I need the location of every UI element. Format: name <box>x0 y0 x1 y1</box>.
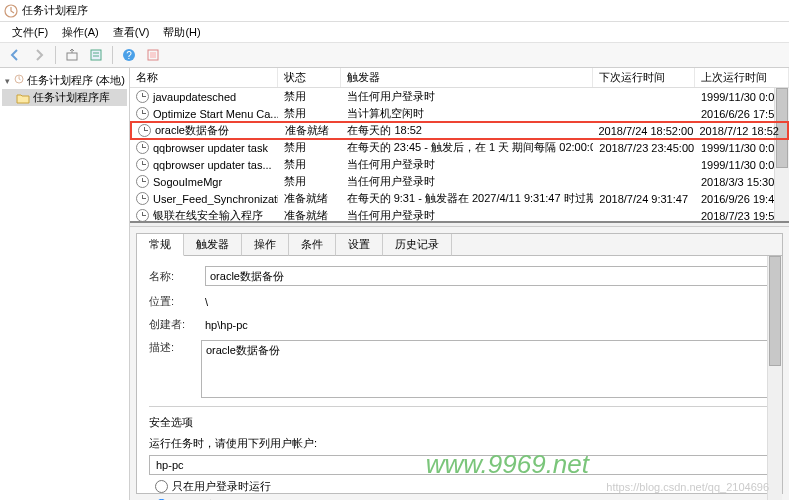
toolbar: ? <box>0 42 789 68</box>
list-header: 名称 状态 触发器 下次运行时间 上次运行时间 <box>130 68 789 88</box>
table-row[interactable]: Optimize Start Menu Ca...禁用当计算机空闲时2016/6… <box>130 105 789 122</box>
tree-library-label: 任务计划程序库 <box>33 90 110 105</box>
tab-triggers[interactable]: 触发器 <box>184 234 242 256</box>
label-desc: 描述: <box>149 340 193 355</box>
svg-rect-1 <box>67 53 77 60</box>
tab-conditions[interactable]: 条件 <box>289 234 336 256</box>
tree-root-label: 任务计划程序 (本地) <box>27 73 125 88</box>
svg-rect-8 <box>150 52 156 58</box>
table-row[interactable]: qqbrowser updater task禁用在每天的 23:45 - 触发后… <box>130 139 789 156</box>
security-run-as-label: 运行任务时，请使用下列用户帐户: <box>149 436 770 451</box>
forward-button[interactable] <box>28 44 50 66</box>
col-last[interactable]: 上次运行时间 <box>695 68 789 87</box>
table-row[interactable]: 银联在线安全输入程序准备就绪当任何用户登录时2018/7/23 19:54 <box>130 207 789 221</box>
col-status[interactable]: 状态 <box>278 68 340 87</box>
title-bar: 任务计划程序 <box>0 0 789 22</box>
refresh-button[interactable] <box>142 44 164 66</box>
label-author: 创建者: <box>149 317 197 332</box>
list-body: javaupdatesched禁用当任何用户登录时1999/11/30 0:00… <box>130 88 789 221</box>
tab-history[interactable]: 历史记录 <box>383 234 452 256</box>
menu-help[interactable]: 帮助(H) <box>157 23 206 42</box>
author-value: hp\hp-pc <box>205 319 248 331</box>
name-field[interactable] <box>205 266 770 286</box>
table-row[interactable]: oracle数据备份准备就绪在每天的 18:522018/7/24 18:52:… <box>130 121 789 140</box>
app-icon <box>4 4 18 18</box>
task-icon <box>136 107 149 120</box>
col-name[interactable]: 名称 <box>130 68 278 87</box>
task-icon <box>138 124 151 137</box>
label-location: 位置: <box>149 294 197 309</box>
help-button[interactable]: ? <box>118 44 140 66</box>
properties-button[interactable] <box>85 44 107 66</box>
back-button[interactable] <box>4 44 26 66</box>
task-icon <box>136 90 149 103</box>
tree-sidebar: ▾ 任务计划程序 (本地) 任务计划程序库 <box>0 68 130 500</box>
tab-actions[interactable]: 操作 <box>242 234 289 256</box>
list-scrollbar[interactable] <box>774 88 789 221</box>
expand-icon[interactable]: ▾ <box>4 76 11 86</box>
col-next[interactable]: 下次运行时间 <box>593 68 695 87</box>
window-title: 任务计划程序 <box>22 3 88 18</box>
task-list: 名称 状态 触发器 下次运行时间 上次运行时间 javaupdatesched禁… <box>130 68 789 223</box>
detail-scrollbar[interactable] <box>767 256 782 500</box>
menu-file[interactable]: 文件(F) <box>6 23 54 42</box>
svg-rect-2 <box>91 50 101 60</box>
task-icon <box>136 141 149 154</box>
location-value: \ <box>205 296 208 308</box>
folder-icon <box>16 91 30 105</box>
detail-pane: 常规 触发器 操作 条件 设置 历史记录 名称: 位置: \ <box>130 227 789 500</box>
table-row[interactable]: qqbrowser updater tas...禁用当任何用户登录时1999/1… <box>130 156 789 173</box>
task-icon <box>136 192 149 205</box>
watermark-csdn: https://blog.csdn.net/qq_2104696 <box>606 481 769 493</box>
task-icon <box>136 209 149 221</box>
label-name: 名称: <box>149 269 197 284</box>
tab-settings[interactable]: 设置 <box>336 234 383 256</box>
tree-root[interactable]: ▾ 任务计划程序 (本地) <box>2 72 127 89</box>
tab-general-pane: 名称: 位置: \ 创建者: hp\hp-pc 描述: <box>137 256 782 500</box>
tab-strip: 常规 触发器 操作 条件 设置 历史记录 <box>137 234 782 256</box>
col-triggers[interactable]: 触发器 <box>341 68 594 87</box>
table-row[interactable]: javaupdatesched禁用当任何用户登录时1999/11/30 0:00 <box>130 88 789 105</box>
account-box: hp-pc <box>149 455 770 475</box>
menu-action[interactable]: 操作(A) <box>56 23 105 42</box>
menu-bar: 文件(F) 操作(A) 查看(V) 帮助(H) <box>0 22 789 42</box>
svg-text:?: ? <box>126 50 132 61</box>
menu-view[interactable]: 查看(V) <box>107 23 156 42</box>
radio-logged-on-label: 只在用户登录时运行 <box>172 479 271 494</box>
tab-container: 常规 触发器 操作 条件 设置 历史记录 名称: 位置: \ <box>136 233 783 494</box>
tree-library[interactable]: 任务计划程序库 <box>2 89 127 106</box>
table-row[interactable]: User_Feed_Synchronizati...准备就绪在每天的 9:31 … <box>130 190 789 207</box>
tab-general[interactable]: 常规 <box>137 234 184 256</box>
task-icon <box>136 175 149 188</box>
content-area: 名称 状态 触发器 下次运行时间 上次运行时间 javaupdatesched禁… <box>130 68 789 500</box>
table-row[interactable]: SogouImeMgr禁用当任何用户登录时2018/3/3 15:30 <box>130 173 789 190</box>
scheduler-icon <box>14 74 24 88</box>
radio-logged-on[interactable] <box>155 480 168 493</box>
desc-field[interactable] <box>201 340 770 398</box>
security-title: 安全选项 <box>149 415 770 430</box>
task-icon <box>136 158 149 171</box>
up-button[interactable] <box>61 44 83 66</box>
main-area: ▾ 任务计划程序 (本地) 任务计划程序库 名称 状态 触发器 下次运行时间 上… <box>0 68 789 500</box>
